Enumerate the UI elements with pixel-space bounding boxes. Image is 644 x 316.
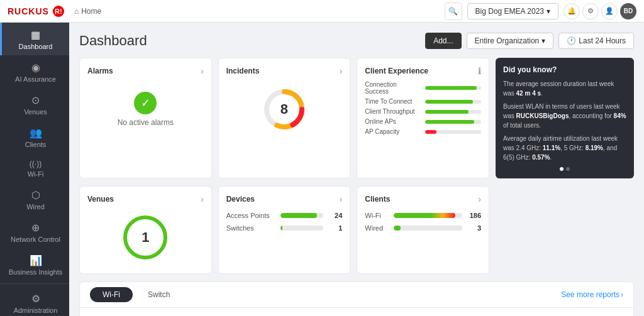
incidents-card: Incidents › 8: [218, 58, 351, 178]
ce-card-header: Client Experience ℹ: [365, 66, 481, 76]
device-count-switches: 1: [330, 224, 342, 232]
devices-card: Devices › Access Points 24 Switches: [218, 186, 351, 274]
client-count-wired: 3: [469, 224, 481, 232]
clients-icon: 👥: [30, 127, 42, 139]
venues-icon: ⊙: [31, 94, 40, 106]
wifi-icon: ((·)): [30, 160, 42, 168]
page-title: Dashboard: [79, 33, 147, 49]
ce-bar-aps: [425, 120, 474, 124]
ce-bar-bg-throughput: [425, 110, 481, 114]
incidents-content: 8: [226, 81, 343, 138]
ce-label-ap-capacity: AP Capacity: [365, 128, 421, 135]
avatar[interactable]: BD: [620, 3, 636, 19]
tab-row: Wi-Fi Switch See more reports ›: [80, 282, 633, 308]
alarms-card: Alarms › ✓ No active alarms: [79, 58, 212, 178]
device-bar-aps: [280, 213, 317, 218]
alarm-status-text: No active alarms: [118, 118, 174, 127]
sidebar-item-administration[interactable]: ⚙ Administration: [0, 286, 69, 316]
dyk-bullet-1: The average session duration last week w…: [503, 79, 626, 98]
dyk-dots: [503, 167, 626, 171]
venues-card-header: Venues ›: [87, 194, 204, 204]
tab-wifi[interactable]: Wi-Fi: [90, 287, 133, 302]
ce-bar-connection-success: [425, 86, 477, 90]
sidebar-divider: [0, 283, 69, 284]
search-button[interactable]: 🔍: [445, 3, 462, 20]
sidebar-item-network-control[interactable]: ⊕ Network Control: [0, 215, 69, 248]
sidebar-item-dashboard[interactable]: ▦ Dashboard: [0, 23, 69, 55]
logo-area: RUCKUS R!: [8, 6, 64, 17]
ce-bar-throughput: [425, 110, 469, 114]
sidebar-item-wifi[interactable]: ((·)) Wi-Fi: [0, 153, 69, 183]
ce-row-throughput: Client Throughput: [365, 108, 481, 115]
dyk-bullet-3: Average daily airtime utilization last w…: [503, 134, 626, 162]
client-count-wifi: 186: [469, 212, 481, 219]
ce-bar-bg-aps: [425, 120, 481, 124]
venues-content: 1: [87, 209, 204, 266]
venues-card: Venues › 1: [79, 186, 212, 274]
clients-title: Clients: [365, 195, 390, 204]
clock-icon: 🕐: [567, 36, 576, 45]
tab-switch[interactable]: Switch: [135, 287, 182, 302]
venues-title: Venues: [87, 195, 114, 204]
clients-rows: Wi-Fi 186 Wired 3: [365, 209, 481, 232]
venues-arrow-icon[interactable]: ›: [201, 194, 204, 204]
wired-icon: ⬡: [31, 189, 40, 201]
dyk-bullet-2: Busiest WLAN in terms of users last week…: [503, 102, 626, 130]
incidents-title: Incidents: [226, 67, 260, 75]
ce-title: Client Experience: [365, 67, 428, 75]
incidents-donut: 8: [262, 87, 306, 131]
ce-bar-bg-time: [425, 100, 481, 104]
device-row-switches: Switches 1: [226, 224, 343, 232]
device-label-aps: Access Points: [226, 212, 277, 219]
charts-grid: Traffic by Volume ℹ 2.4 GHz 5 GHz: [80, 308, 633, 316]
sidebar-item-clients[interactable]: 👥 Clients: [0, 121, 69, 153]
incidents-arrow-icon[interactable]: ›: [340, 66, 343, 76]
chevron-right-icon: ›: [621, 290, 623, 299]
client-row-wired: Wired 3: [365, 224, 481, 232]
ce-row-time-to-connect: Time To Connect: [365, 98, 481, 105]
ce-row-ap-capacity: AP Capacity: [365, 128, 481, 135]
settings-icon[interactable]: ⚙: [582, 3, 599, 19]
alarms-arrow-icon[interactable]: ›: [201, 66, 204, 76]
dyk-dot-2[interactable]: [566, 167, 570, 171]
dyk-content: The average session duration last week w…: [503, 79, 626, 162]
clients-card-header: Clients ›: [365, 194, 481, 204]
logo-ruckus: RUCKUS: [8, 6, 49, 16]
sidebar-item-business-insights[interactable]: 📊 Business Insights: [0, 248, 69, 281]
dyk-dot-1[interactable]: [560, 167, 564, 171]
org-selector[interactable]: Big Dog EMEA 2023 ▾: [467, 3, 558, 19]
device-bar-bg-aps: [280, 213, 324, 218]
devices-title: Devices: [226, 195, 255, 204]
sidebar-item-ai-assurance[interactable]: ◉ AI Assurance: [0, 55, 69, 88]
sidebar-item-wired[interactable]: ⬡ Wired: [0, 183, 69, 215]
user-icon[interactable]: 👤: [601, 3, 618, 19]
org-filter-button[interactable]: Entire Organization ▾: [467, 33, 554, 49]
venue-count-circle: 1: [123, 215, 167, 259]
ce-label-online-aps: Online APs: [365, 118, 421, 125]
client-label-wifi: Wi-Fi: [365, 212, 390, 219]
alarms-card-header: Alarms ›: [87, 66, 204, 76]
bell-icon[interactable]: 🔔: [564, 3, 580, 19]
ce-bar-capacity: [425, 130, 436, 134]
alarms-title: Alarms: [87, 67, 113, 75]
add-button[interactable]: Add...: [425, 33, 461, 49]
sidebar-item-venues[interactable]: ⊙ Venues: [0, 88, 69, 121]
client-bar-wired: [394, 226, 401, 231]
ai-assurance-icon: ◉: [31, 62, 40, 74]
ce-info-icon[interactable]: ℹ: [478, 66, 481, 76]
clients-arrow-icon[interactable]: ›: [478, 194, 481, 204]
client-row-wifi: Wi-Fi 186: [365, 212, 481, 219]
sidebar-bottom: ⚙ Administration ◄ Collapse: [0, 281, 69, 316]
ce-bar-bg-connection-success: [425, 86, 481, 90]
device-bar-switches: [280, 226, 282, 231]
main-content: Dashboard Add... Entire Organization ▾ 🕐…: [69, 23, 644, 316]
devices-arrow-icon[interactable]: ›: [340, 194, 343, 204]
top-nav: RUCKUS R! Home 🔍 Big Dog EMEA 2023 ▾ 🔔 ⚙…: [0, 0, 644, 23]
administration-icon: ⚙: [31, 293, 40, 305]
see-more-reports-link[interactable]: See more reports ›: [561, 290, 623, 299]
alarms-content: ✓ No active alarms: [87, 81, 204, 138]
time-filter-button[interactable]: 🕐 Last 24 Hours: [558, 33, 634, 49]
ce-row-online-aps: Online APs: [365, 118, 481, 125]
ce-bar-bg-capacity: [425, 130, 481, 134]
nav-home[interactable]: Home: [74, 7, 101, 16]
